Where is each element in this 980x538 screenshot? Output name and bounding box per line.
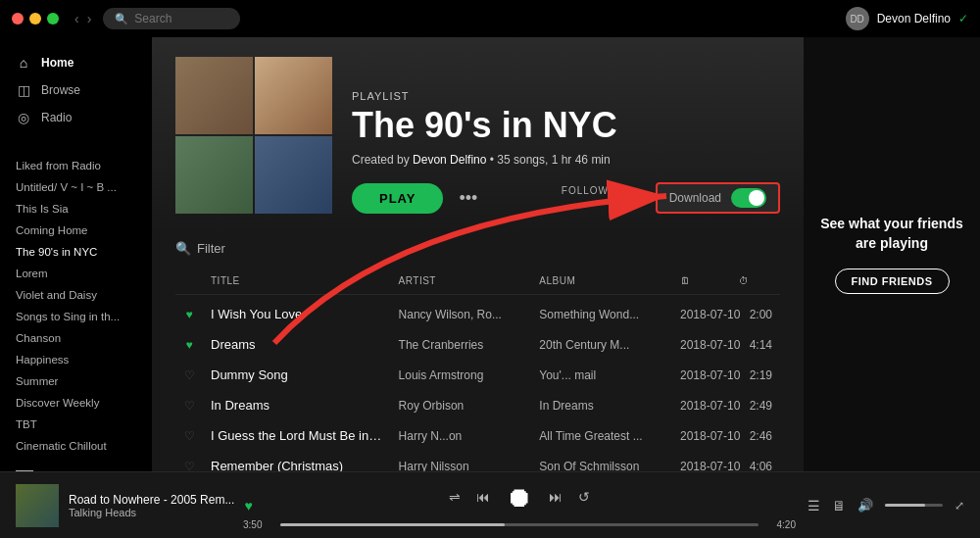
creator-link[interactable]: Devon Delfino [413,153,486,167]
new-playlist-button[interactable]: + New Playlist [0,465,152,471]
queue-icon[interactable]: ☰ [808,498,820,514]
sidebar-item-coming-home[interactable]: Coming Home [0,220,152,241]
volume-bar[interactable] [885,504,943,507]
sidebar-item-chanson[interactable]: Chanson [0,327,152,349]
track-title-0: I Wish You Love [203,303,391,325]
play-button[interactable]: PLAY [352,183,443,214]
table-row[interactable]: ♡ I Guess the Lord Must Be in New York C… [175,420,780,451]
sidebar-item-home[interactable]: ⌂ Home [0,49,152,76]
track-date-3: 2018-07-10 [672,395,731,416]
search-bar[interactable]: 🔍 [103,8,240,29]
time-total: 4:20 [766,519,796,530]
sidebar-item-lorem[interactable]: Lorem [0,263,152,284]
volume-fill [885,504,925,507]
toggle-knob [749,190,764,206]
content-area: PLAYLIST The 90's in NYC Created by Devo… [152,37,804,471]
art-cell-3 [175,136,253,214]
close-button[interactable] [12,13,24,24]
back-arrow[interactable]: ‹ [74,11,79,26]
download-toggle[interactable] [731,188,766,208]
sidebar-item-discover-weekly[interactable]: Discover Weekly [0,392,152,414]
sidebar-item-this-is-sia[interactable]: This Is Sia [0,198,152,220]
avatar: DD [846,7,869,30]
track-date-0: 2018-07-10 [672,304,731,325]
sidebar-item-summer[interactable]: Summer [0,370,152,392]
track-heart-2[interactable]: ♡ [175,368,203,382]
table-row[interactable]: ♡ In Dreams Roy Orbison In Dreams 2018-0… [175,390,780,420]
sidebar-item-cinematic-chillout[interactable]: Cinematic Chillout [0,435,152,457]
sidebar-item-liked-from-radio[interactable]: Liked from Radio [0,155,152,176]
filter-label: Filter [197,241,225,256]
sidebar-item-label: Browse [41,83,80,97]
followers-count: 0 [562,196,632,211]
play-pause-button[interactable]: ⏺ [506,481,533,514]
track-heart-5[interactable]: ♡ [175,460,203,472]
track-date-4: 2018-07-10 [672,425,731,447]
header-heart [175,271,203,290]
repeat-button[interactable]: ↺ [578,489,590,505]
sidebar-item-label: Home [41,56,74,70]
devices-icon[interactable]: 🖥 [832,498,846,514]
right-panel: See what your friends are playing FIND F… [804,37,980,471]
more-options-button[interactable]: ••• [459,188,477,209]
find-friends-text: See what your friends are playing [819,215,964,253]
tracks-header: TITLE ARTIST ALBUM 🗓 ⏱ [175,268,780,295]
next-button[interactable]: ⏭ [549,489,563,505]
track-date-2: 2018-07-10 [672,365,731,386]
followers-section: FOLLOWERS 0 [562,185,632,211]
expand-icon[interactable]: ⤢ [955,499,964,513]
track-heart-1[interactable]: ♥ [175,338,203,352]
header-date: 🗓 [672,271,731,290]
sidebar-item-radio[interactable]: ◎ Radio [0,104,152,131]
forward-arrow[interactable]: › [87,11,92,26]
table-row[interactable]: ♡ Dummy Song Louis Armstrong You'... mai… [175,360,780,390]
track-duration-1: 4:14 [731,334,780,356]
track-duration-3: 2:49 [731,395,780,416]
main-layout: ⌂ Home ◫ Browse ◎ Radio Liked from Radio… [0,37,980,471]
player-track-info: Road to Nowhere - 2005 Rem... Talking He… [16,484,231,527]
track-duration-4: 2:46 [731,425,780,447]
sidebar-nav: ⌂ Home ◫ Browse ◎ Radio [0,45,152,135]
art-cell-2 [255,57,332,134]
browse-icon: ◫ [16,82,31,98]
sidebar-item-browse[interactable]: ◫ Browse [0,76,152,104]
sidebar-item-untitled[interactable]: Untitled/ V ~ I ~ B ... [0,176,152,198]
playlist-header: PLAYLIST The 90's in NYC Created by Devo… [152,37,804,233]
find-friends-button[interactable]: FIND FRIENDS [835,269,950,294]
sidebar-item-happiness[interactable]: Happiness [0,349,152,370]
sidebar-item-songs-to-sing[interactable]: Songs to Sing in th... [0,306,152,327]
table-row[interactable]: ♥ I Wish You Love Nancy Wilson, Ro... So… [175,299,780,329]
filter-input[interactable]: 🔍 Filter [175,241,225,256]
download-label: Download [669,191,721,205]
track-artist-0: Nancy Wilson, Ro... [391,304,532,325]
prev-button[interactable]: ⏮ [476,489,490,505]
verified-icon: ✓ [958,12,968,25]
progress-bar[interactable] [280,523,759,526]
header-artist: ARTIST [391,271,532,290]
track-heart-4[interactable]: ♡ [175,429,203,443]
sidebar-item-violet-and-daisy[interactable]: Violet and Daisy [0,284,152,306]
shuffle-button[interactable]: ⇌ [449,489,461,505]
track-title-1: Dreams [203,333,391,356]
track-artist-3: Roy Orbison [391,395,532,416]
art-cell-4 [255,136,332,214]
track-date-1: 2018-07-10 [672,334,731,356]
playlist-actions: PLAY ••• FOLLOWERS 0 Download [352,182,780,214]
maximize-button[interactable] [47,13,59,24]
search-input[interactable] [134,12,228,25]
table-row[interactable]: ♡ Remember (Christmas) Harry Nilsson Son… [175,451,780,471]
playlist-art [175,57,332,214]
track-artist-2: Louis Armstrong [391,365,532,386]
window-controls [12,13,59,24]
progress-area: 3:50 4:20 [243,519,796,530]
sidebar-item-tbt[interactable]: TBT [0,414,152,435]
sidebar-item-90s-nyc[interactable]: The 90's in NYC [0,241,152,263]
minimize-button[interactable] [29,13,41,24]
track-album-2: You'... mail [531,365,672,386]
download-area: Download [656,182,780,214]
track-title-5: Remember (Christmas) [203,455,391,471]
user-name: Devon Delfino [877,12,951,25]
track-heart-0[interactable]: ♥ [175,308,203,321]
table-row[interactable]: ♥ Dreams The Cranberries 20th Century M.… [175,329,780,360]
track-heart-3[interactable]: ♡ [175,399,203,413]
